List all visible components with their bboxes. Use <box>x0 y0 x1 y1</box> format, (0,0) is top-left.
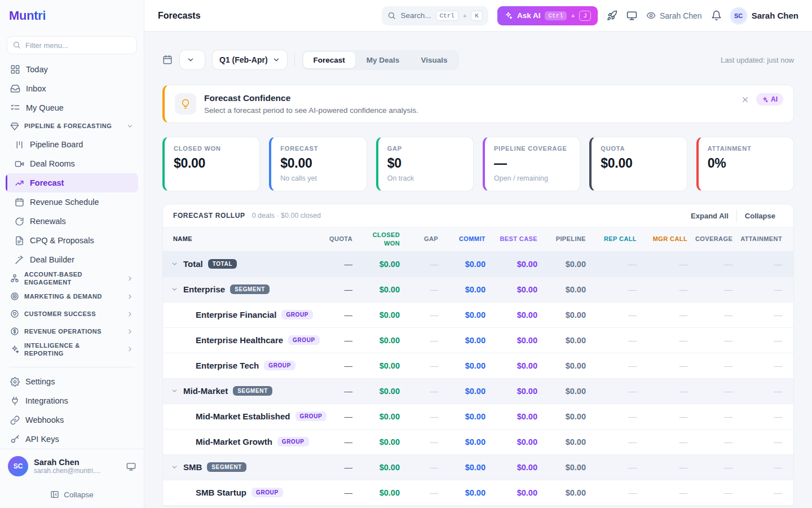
cell-closed-won: $0.00 <box>360 412 408 421</box>
sidebar-item-deal-builder[interactable]: Deal Builder <box>6 250 138 269</box>
row-name: Mid-Market Growth <box>196 437 272 446</box>
sidebar-item-pipeline-board[interactable]: Pipeline Board <box>6 135 138 154</box>
sidebar-section-account-based-engagement[interactable]: ACCOUNT-BASED ENGAGEMENT <box>6 269 138 288</box>
cell-attainment: — <box>740 437 793 446</box>
divider <box>294 53 295 67</box>
cell-quota: — <box>316 387 360 396</box>
sidebar-section-intelligence-reporting[interactable]: INTELLIGENCE & REPORTING <box>6 340 138 359</box>
cell-gap: — <box>408 260 446 269</box>
global-search[interactable]: Search... Ctrl + K <box>382 6 488 25</box>
user-menu[interactable]: SC Sarah Chen <box>731 8 798 24</box>
sidebar-item-inbox[interactable]: Inbox <box>6 79 138 98</box>
cell-mgr-call: — <box>645 260 695 269</box>
chevron-down-icon[interactable] <box>171 387 178 395</box>
period-type-select[interactable] <box>179 50 205 70</box>
cell-pipeline: $0.00 <box>545 488 594 497</box>
ask-ai-button[interactable]: Ask AI Ctrl + J <box>497 6 598 25</box>
sidebar-section-pipeline-forecasting[interactable]: PIPELINE & FORECASTING <box>6 117 138 135</box>
table-row[interactable]: Mid-Market SEGMENT — $0.00 — $0.00 $0.00… <box>163 379 793 404</box>
cell-closed-won: $0.00 <box>360 463 408 472</box>
cell-commit: $0.00 <box>446 463 493 472</box>
sidebar-settings-nav: Settings Integrations Webhooks API Keys <box>0 372 144 449</box>
table-row[interactable]: SMB Startup GROUP — $0.00 — $0.00 $0.00 … <box>163 480 793 506</box>
table-row[interactable]: SMB SEGMENT — $0.00 — $0.00 $0.00 $0.00 … <box>163 455 793 480</box>
cell-best-case: $0.00 <box>493 437 545 446</box>
close-icon[interactable] <box>741 95 749 104</box>
cell-mgr-call: — <box>645 387 695 396</box>
chevron-down-icon[interactable] <box>171 286 178 293</box>
cell-commit: $0.00 <box>446 260 493 269</box>
cell-rep-call: — <box>594 285 645 294</box>
table-row[interactable]: Mid-Market Growth GROUP — $0.00 — $0.00 … <box>163 430 793 455</box>
rollup-header: FORECAST ROLLUP 0 deals · $0.00 closed E… <box>163 204 793 227</box>
quarter-select[interactable]: Q1 (Feb-Apr) <box>212 50 288 70</box>
viewing-as[interactable]: Sarah Chen <box>646 11 702 20</box>
sidebar-item-my-queue[interactable]: My Queue <box>6 98 138 117</box>
sidebar-item-forecast[interactable]: Forecast <box>6 173 138 192</box>
sidebar-item-renewals[interactable]: Renewals <box>6 212 138 231</box>
chevron-down-icon[interactable] <box>171 260 178 268</box>
view-tabs: Forecast My Deals Visuals <box>302 50 460 70</box>
table-row[interactable]: Enterprise Tech GROUP — $0.00 — $0.00 $0… <box>163 353 793 379</box>
cell-mgr-call: — <box>645 285 695 294</box>
monitor-icon[interactable] <box>626 10 637 21</box>
chevron-down-icon[interactable] <box>171 463 178 471</box>
sidebar-section-customer-success[interactable]: CUSTOMER SUCCESS <box>6 305 138 323</box>
cell-pipeline: $0.00 <box>545 336 594 345</box>
sidebar-filter-input[interactable] <box>7 36 137 54</box>
cell-rep-call: — <box>594 412 645 421</box>
sidebar-section-marketing-demand[interactable]: MARKETING & DEMAND <box>6 288 138 305</box>
expand-all-button[interactable]: Expand All <box>683 209 736 222</box>
sidebar-item-deal-rooms[interactable]: Deal Rooms <box>6 154 138 173</box>
hierarchy-icon <box>10 274 19 283</box>
table-row[interactable]: Enterprise SEGMENT — $0.00 — $0.00 $0.00… <box>163 277 793 303</box>
tab-forecast[interactable]: Forecast <box>303 52 355 68</box>
sidebar-item-webhooks[interactable]: Webhooks <box>6 410 138 430</box>
cell-best-case: $0.00 <box>493 361 545 370</box>
monitor-icon[interactable] <box>126 462 136 471</box>
cell-pipeline: $0.00 <box>545 361 594 370</box>
table-row[interactable]: Enterprise Healthcare GROUP — $0.00 — $0… <box>163 328 793 353</box>
key-icon <box>10 435 20 444</box>
col-best-case: BEST CASE <box>493 231 545 247</box>
tab-visuals[interactable]: Visuals <box>411 52 457 68</box>
cell-pipeline: $0.00 <box>545 412 594 421</box>
cell-pipeline: $0.00 <box>545 387 594 396</box>
sidebar-item-label: API Keys <box>25 435 59 444</box>
table-row[interactable]: Enterprise Financial GROUP — $0.00 — $0.… <box>163 303 793 328</box>
sidebar-section-revenue-operations[interactable]: REVENUE OPERATIONS <box>6 323 138 340</box>
kpi-label: FORECAST <box>280 145 357 152</box>
bell-icon[interactable] <box>711 10 722 21</box>
lightbulb-icon <box>175 93 196 115</box>
calendar-icon <box>15 198 24 207</box>
rollup-body: Total TOTAL — $0.00 — $0.00 $0.00 $0.00 … <box>163 252 793 506</box>
cell-closed-won: $0.00 <box>360 285 408 294</box>
kpi-label: CLOSED WON <box>174 145 250 152</box>
sidebar-item-api-keys[interactable]: API Keys <box>6 430 138 449</box>
tab-my-deals[interactable]: My Deals <box>356 52 410 68</box>
sidebar-user-card[interactable]: SC Sarah Chen sarah.chen@muntri.... <box>0 449 144 483</box>
sidebar-item-cpq-proposals[interactable]: CPQ & Proposals <box>6 231 138 250</box>
cell-coverage: — <box>695 361 740 370</box>
cell-coverage: — <box>695 463 740 472</box>
cell-attainment: — <box>740 463 793 472</box>
forecast-rollup-table: FORECAST ROLLUP 0 deals · $0.00 closed E… <box>162 204 794 506</box>
sidebar-item-integrations[interactable]: Integrations <box>6 391 138 410</box>
row-name: Mid-Market <box>183 386 228 396</box>
sidebar-item-label: Deal Rooms <box>30 159 75 168</box>
col-gap: GAP <box>408 231 446 247</box>
sidebar-item-settings[interactable]: Settings <box>6 372 138 391</box>
sidebar-collapse-button[interactable]: Collapse <box>0 483 144 508</box>
kpi-label: PIPELINE COVERAGE <box>494 145 571 152</box>
row-name: Enterprise Financial <box>196 310 276 319</box>
filter-row: Q1 (Feb-Apr) Forecast My Deals Visuals L… <box>162 50 794 70</box>
table-row[interactable]: Mid-Market Established GROUP — $0.00 — $… <box>163 404 793 430</box>
sidebar-item-label: My Queue <box>26 103 64 112</box>
cell-closed-won: $0.00 <box>360 488 408 497</box>
sidebar-item-revenue-schedule[interactable]: Revenue Schedule <box>6 192 138 212</box>
cell-rep-call: — <box>594 463 645 472</box>
collapse-button[interactable]: Collapse <box>736 209 783 222</box>
table-row[interactable]: Total TOTAL — $0.00 — $0.00 $0.00 $0.00 … <box>163 252 793 277</box>
rocket-icon[interactable] <box>607 10 617 21</box>
sidebar-item-today[interactable]: Today <box>6 60 138 79</box>
